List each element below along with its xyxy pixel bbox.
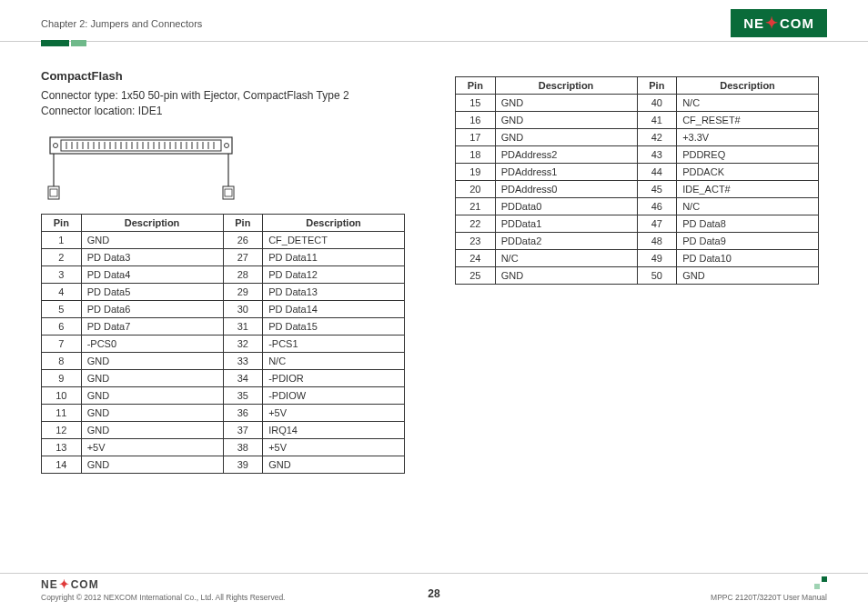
pin-cell: 11 bbox=[42, 404, 82, 421]
desc-cell: GND bbox=[81, 386, 223, 404]
pin-cell: 12 bbox=[42, 421, 82, 438]
pin-cell: 6 bbox=[42, 317, 82, 335]
copyright: Copyright © 2012 NEXCOM International Co… bbox=[41, 593, 285, 602]
desc-cell: -PCS1 bbox=[263, 335, 405, 352]
pin-cell: 18 bbox=[456, 146, 496, 164]
desc-cell: N/C bbox=[677, 95, 819, 112]
content-area: CompactFlash Connector type: 1x50 50-pin… bbox=[0, 42, 868, 474]
table-row: 7-PCS032-PCS1 bbox=[42, 335, 405, 352]
table-row: 19PDAddress144PDDACK bbox=[456, 164, 819, 181]
th-pin: Pin bbox=[456, 77, 496, 95]
pin-cell: 31 bbox=[223, 317, 263, 335]
pin-cell: 46 bbox=[637, 198, 677, 215]
desc-cell: N/C bbox=[495, 250, 637, 267]
right-column: Pin Description Pin Description 15GND40N… bbox=[455, 69, 819, 474]
desc-cell: PD Data14 bbox=[263, 300, 405, 317]
desc-cell: +5V bbox=[81, 438, 223, 456]
table-row: 2PD Data327PD Data11 bbox=[42, 248, 405, 265]
pin-cell: 8 bbox=[42, 352, 82, 369]
desc-cell: PDAddress2 bbox=[495, 146, 637, 164]
pin-cell: 37 bbox=[223, 421, 263, 438]
pin-cell: 2 bbox=[42, 248, 82, 265]
desc-cell: PD Data7 bbox=[81, 317, 223, 335]
desc-cell: PD Data11 bbox=[263, 248, 405, 265]
chapter-title: Chapter 2: Jumpers and Connectors bbox=[41, 18, 202, 29]
th-desc: Description bbox=[81, 214, 223, 231]
table-row: 15GND40N/C bbox=[456, 95, 819, 112]
pin-cell: 30 bbox=[223, 300, 263, 317]
pin-cell: 49 bbox=[637, 250, 677, 267]
pin-cell: 23 bbox=[456, 233, 496, 250]
pin-cell: 25 bbox=[456, 267, 496, 285]
page-header: Chapter 2: Jumpers and Connectors NE✦COM bbox=[0, 0, 868, 42]
pin-table-right: Pin Description Pin Description 15GND40N… bbox=[455, 76, 819, 285]
desc-cell: -PDIOW bbox=[263, 386, 405, 404]
table-row: 18PDAddress243PDDREQ bbox=[456, 146, 819, 164]
logo-top: NE✦COM bbox=[731, 9, 827, 37]
table-row: 8GND33N/C bbox=[42, 352, 405, 369]
accent-bar bbox=[41, 40, 86, 46]
pin-cell: 40 bbox=[637, 95, 677, 112]
desc-cell: PDAddress1 bbox=[495, 164, 637, 181]
desc-cell: PD Data10 bbox=[677, 250, 819, 267]
desc-cell: PDDACK bbox=[677, 164, 819, 181]
desc-cell: CF_DETECT bbox=[263, 231, 405, 248]
table-row: 25GND50GND bbox=[456, 267, 819, 285]
desc-cell: GND bbox=[81, 404, 223, 421]
th-pin: Pin bbox=[637, 77, 677, 95]
th-desc: Description bbox=[677, 77, 819, 95]
pin-cell: 41 bbox=[637, 112, 677, 129]
table-row: 23PDData248PD Data9 bbox=[456, 233, 819, 250]
pin-cell: 21 bbox=[456, 198, 496, 215]
desc-cell: PDDREQ bbox=[677, 146, 819, 164]
svg-rect-37 bbox=[225, 189, 232, 196]
desc-cell: PDData2 bbox=[495, 233, 637, 250]
pin-cell: 45 bbox=[637, 181, 677, 198]
table-row: 12GND37IRQ14 bbox=[42, 421, 405, 438]
page-footer: NE✦COM Copyright © 2012 NEXCOM Internati… bbox=[0, 573, 868, 602]
manual-name: MPPC 2120T/3220T User Manual bbox=[711, 593, 827, 602]
desc-cell: GND bbox=[81, 231, 223, 248]
pin-cell: 9 bbox=[42, 369, 82, 386]
logo-bottom: NE✦COM bbox=[41, 577, 285, 591]
table-row: 21PDData046N/C bbox=[456, 198, 819, 215]
pin-cell: 39 bbox=[223, 456, 263, 473]
svg-point-30 bbox=[54, 143, 58, 147]
pin-cell: 35 bbox=[223, 386, 263, 404]
pin-cell: 34 bbox=[223, 369, 263, 386]
table-row: 5PD Data630PD Data14 bbox=[42, 300, 405, 317]
pin-cell: 26 bbox=[223, 231, 263, 248]
desc-cell: PDData1 bbox=[495, 215, 637, 233]
desc-cell: GND bbox=[81, 456, 223, 473]
desc-cell: N/C bbox=[677, 198, 819, 215]
pin-cell: 22 bbox=[456, 215, 496, 233]
desc-cell: PD Data13 bbox=[263, 283, 405, 300]
pin-cell: 20 bbox=[456, 181, 496, 198]
desc-cell: IRQ14 bbox=[263, 421, 405, 438]
desc-cell: N/C bbox=[263, 352, 405, 369]
table-row: 4PD Data529PD Data13 bbox=[42, 283, 405, 300]
table-row: 20PDAddress045IDE_ACT# bbox=[456, 181, 819, 198]
desc-cell: GND bbox=[263, 456, 405, 473]
table-row: 13+5V38+5V bbox=[42, 438, 405, 456]
desc-cell: GND bbox=[495, 267, 637, 285]
desc-cell: PD Data8 bbox=[677, 215, 819, 233]
desc-cell: PDAddress0 bbox=[495, 181, 637, 198]
desc-cell: GND bbox=[81, 421, 223, 438]
desc-cell: PD Data3 bbox=[81, 248, 223, 265]
th-desc: Description bbox=[495, 77, 637, 95]
table-row: 14GND39GND bbox=[42, 456, 405, 473]
desc-cell: +5V bbox=[263, 438, 405, 456]
table-row: 10GND35-PDIOW bbox=[42, 386, 405, 404]
th-desc: Description bbox=[263, 214, 405, 231]
desc-cell: -PDIOR bbox=[263, 369, 405, 386]
pin-cell: 24 bbox=[456, 250, 496, 267]
pin-cell: 43 bbox=[637, 146, 677, 164]
pin-table-left: Pin Description Pin Description 1GND26CF… bbox=[41, 214, 405, 474]
pin-cell: 28 bbox=[223, 265, 263, 283]
pin-cell: 15 bbox=[456, 95, 496, 112]
svg-point-31 bbox=[225, 143, 229, 147]
desc-cell: CF_RESET# bbox=[677, 112, 819, 129]
desc-cell: PD Data12 bbox=[263, 265, 405, 283]
table-row: 22PDData147PD Data8 bbox=[456, 215, 819, 233]
